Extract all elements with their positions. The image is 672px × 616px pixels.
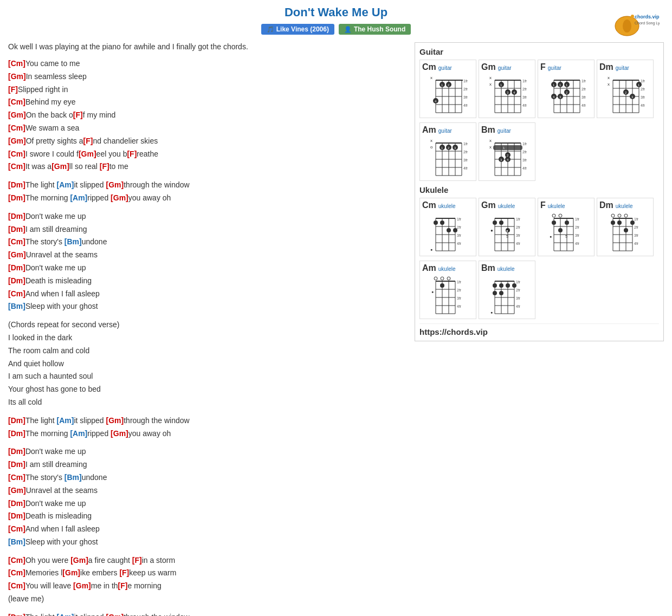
chord-diagram-gm-guitar: Gm guitar xyxy=(479,60,535,118)
chord-Bm-1[interactable]: [Bm] xyxy=(64,237,82,246)
chord-F-2[interactable]: [F] xyxy=(73,111,83,119)
am-ukulele-link[interactable]: ukulele xyxy=(438,266,456,272)
svg-point-235 xyxy=(440,283,444,288)
svg-text:1fr: 1fr xyxy=(516,280,521,284)
svg-text:4fr: 4fr xyxy=(457,304,462,308)
chord-Cm-9[interactable]: [Cm] xyxy=(8,524,25,533)
chord-Dm-6[interactable]: [Dm] xyxy=(8,276,25,285)
svg-text:5: 5 xyxy=(565,235,567,238)
svg-text:1fr: 1fr xyxy=(634,217,639,221)
chord-Cm-7[interactable]: [Cm] xyxy=(8,289,25,298)
chord-Gm-14[interactable]: [Gm] xyxy=(73,581,91,590)
chord-Gm-1[interactable]: [Gm] xyxy=(8,72,26,81)
chord-Gm-11[interactable]: [Gm] xyxy=(8,486,26,495)
chord-Dm-9[interactable]: [Dm] xyxy=(8,447,25,456)
artist-badge[interactable]: 👤 The Hush Sound xyxy=(339,24,411,35)
svg-text:●: ● xyxy=(506,229,508,232)
svg-point-214 xyxy=(624,214,628,217)
svg-point-212 xyxy=(611,214,615,217)
chord-Cm-11[interactable]: [Cm] xyxy=(8,568,25,577)
chord-Gm-12[interactable]: [Gm] xyxy=(70,556,88,565)
svg-point-218 xyxy=(630,221,635,225)
chord-F-5[interactable]: [F] xyxy=(100,162,109,171)
svg-point-233 xyxy=(441,277,444,280)
cm-guitar-link[interactable]: guitar xyxy=(438,65,452,71)
chord-F-1[interactable]: [F] xyxy=(8,85,18,94)
svg-text:2fr: 2fr xyxy=(522,87,527,91)
chord-Am-2[interactable]: [Am] xyxy=(70,193,87,202)
chord-Dm-1[interactable]: [Dm] xyxy=(8,180,25,189)
chord-Dm-2[interactable]: [Dm] xyxy=(8,193,25,202)
gm-guitar-link[interactable]: guitar xyxy=(498,65,512,71)
chord-Cm-5[interactable]: [Cm] xyxy=(8,162,25,171)
chord-Gm-7[interactable]: [Gm] xyxy=(111,193,128,202)
chord-Am-3[interactable]: [Am] xyxy=(56,416,74,425)
chord-Gm-10[interactable]: [Gm] xyxy=(111,429,128,438)
chord-Dm-7[interactable]: [Dm] xyxy=(8,416,25,425)
svg-text:●: ● xyxy=(550,235,552,238)
svg-text:●: ● xyxy=(490,310,493,314)
f-guitar-link[interactable]: guitar xyxy=(548,65,561,71)
chord-F-3[interactable]: [F] xyxy=(83,137,93,145)
svg-point-173 xyxy=(493,221,497,225)
chord-Cm-3[interactable]: [Cm] xyxy=(8,124,25,132)
guitar-section-title: Guitar xyxy=(419,47,659,56)
chord-Dm-8[interactable]: [Dm] xyxy=(8,429,25,438)
chord-Dm-13[interactable]: [Dm] xyxy=(8,613,25,616)
chord-Dm-3[interactable]: [Dm] xyxy=(8,212,25,221)
gm-ukulele-link[interactable]: ukulele xyxy=(498,203,515,209)
chord-Am-4[interactable]: [Am] xyxy=(70,429,87,438)
svg-text:3fr: 3fr xyxy=(581,95,586,99)
chord-F-6[interactable]: [F] xyxy=(132,556,142,565)
chord-Cm-1[interactable]: [Cm] xyxy=(8,59,25,68)
chord-Gm-8[interactable]: [Gm] xyxy=(8,250,26,259)
chord-Cm-12[interactable]: [Cm] xyxy=(8,581,25,590)
chord-Bm-2[interactable]: [Bm] xyxy=(8,302,25,310)
chord-Am-1[interactable]: [Am] xyxy=(56,180,74,189)
dm-guitar-link[interactable]: guitar xyxy=(616,65,629,71)
dm-ukulele-link[interactable]: ukulele xyxy=(616,203,633,209)
svg-text:2fr: 2fr xyxy=(463,150,468,154)
chord-F-4[interactable]: [F] xyxy=(127,150,137,158)
chord-diagram-cm-ukulele: Cm ukulele xyxy=(419,198,476,256)
song-title: Don't Wake Me Up xyxy=(8,5,664,20)
cm-ukulele-link[interactable]: ukulele xyxy=(438,203,456,209)
chord-Gm-4[interactable]: [Gm] xyxy=(79,150,96,158)
guitar-chord-grid: Cm guitar x xyxy=(419,60,659,118)
chord-Am-5[interactable]: [Am] xyxy=(56,613,74,616)
chord-Dm-5[interactable]: [Dm] xyxy=(8,263,25,272)
chord-Cm-4[interactable]: [Cm] xyxy=(8,150,25,158)
bm-guitar-link[interactable]: guitar xyxy=(497,128,511,134)
f-ukulele-link[interactable]: ukulele xyxy=(548,203,565,209)
svg-text:4fr: 4fr xyxy=(641,103,645,107)
chord-Cm-8[interactable]: [Cm] xyxy=(8,473,25,482)
album-badge[interactable]: 🎵 Like Vines (2006) xyxy=(261,24,334,35)
chord-Dm-11[interactable]: [Dm] xyxy=(8,499,25,508)
chord-Cm-2[interactable]: [Cm] xyxy=(8,98,25,106)
chord-Gm-6[interactable]: [Gm] xyxy=(106,180,124,189)
chord-F-7[interactable]: [F] xyxy=(119,568,129,577)
chord-Bm-4[interactable]: [Bm] xyxy=(8,537,25,546)
chord-Gm-5[interactable]: [Gm] xyxy=(51,162,69,171)
chord-Dm-12[interactable]: [Dm] xyxy=(8,511,25,520)
chord-Gm-15[interactable]: [Gm] xyxy=(106,613,124,616)
artist-icon: 👤 xyxy=(344,26,352,33)
chord-Dm-10[interactable]: [Dm] xyxy=(8,460,25,469)
chord-Bm-3[interactable]: [Bm] xyxy=(64,473,82,482)
chord-Cm-6[interactable]: [Cm] xyxy=(8,237,25,246)
chord-Dm-4[interactable]: [Dm] xyxy=(8,225,25,234)
chord-Gm-9[interactable]: [Gm] xyxy=(106,416,124,425)
svg-point-216 xyxy=(617,221,622,225)
svg-text:4fr: 4fr xyxy=(457,242,462,245)
am-guitar-link[interactable]: guitar xyxy=(438,128,452,134)
chord-Cm-10[interactable]: [Cm] xyxy=(8,556,25,565)
chord-Gm-13[interactable]: [Gm] xyxy=(62,568,80,577)
chord-Gm-2[interactable]: [Gm] xyxy=(8,111,26,119)
svg-text:3fr: 3fr xyxy=(457,234,462,237)
svg-text:4fr: 4fr xyxy=(581,103,586,107)
chords-url[interactable]: https://chords.vip xyxy=(419,323,659,336)
chord-Gm-3[interactable]: [Gm] xyxy=(8,137,26,145)
chord-F-8[interactable]: [F] xyxy=(118,581,128,590)
bm-ukulele-link[interactable]: ukulele xyxy=(497,266,515,272)
svg-text:3fr: 3fr xyxy=(641,95,645,99)
